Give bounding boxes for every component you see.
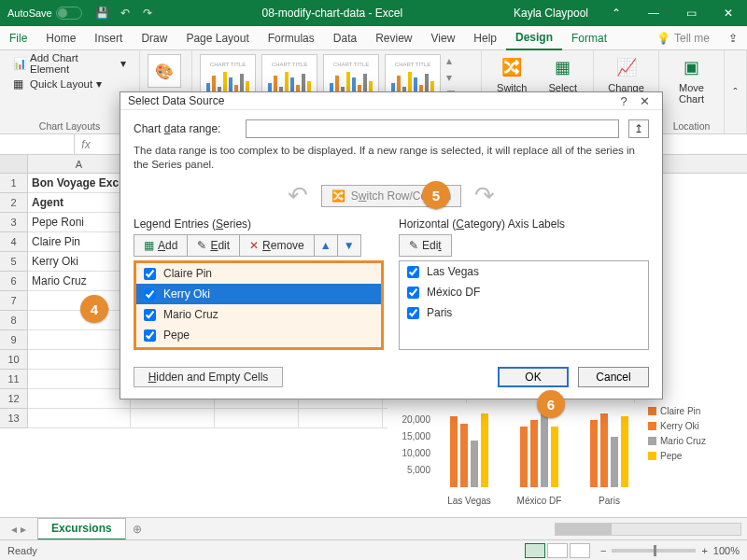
add-chart-element-button[interactable]: 📊Add Chart Element▾	[7, 54, 132, 73]
row-header-1[interactable]: 1	[0, 174, 28, 193]
series-move-down-button[interactable]: ▼	[338, 235, 360, 256]
tab-view[interactable]: View	[422, 26, 465, 50]
row-header-11[interactable]: 11	[0, 370, 28, 389]
autosave-toggle[interactable]: AutoSave	[0, 7, 90, 20]
row-header-13[interactable]: 13	[0, 409, 28, 428]
cell-A9[interactable]	[28, 330, 131, 350]
sheet-tab-excursions[interactable]: Excursions	[37, 518, 126, 540]
tell-me[interactable]: 💡 Tell me	[647, 32, 719, 45]
undo-icon[interactable]: ↶	[118, 6, 133, 21]
tab-formulas[interactable]: Formulas	[259, 26, 324, 50]
row-header-6[interactable]: 6	[0, 272, 28, 291]
cell-B13[interactable]	[131, 409, 215, 428]
series-item[interactable]: Kerry Oki	[136, 284, 381, 304]
zoom-slider[interactable]	[612, 549, 696, 553]
cell-A13[interactable]	[28, 409, 131, 428]
help-icon[interactable]: ?	[613, 94, 634, 108]
tab-insert[interactable]: Insert	[85, 26, 132, 50]
category-list[interactable]: Las VegasMéxico DFParis	[399, 260, 649, 350]
category-item[interactable]: Las Vegas	[400, 261, 648, 282]
ribbon-options-icon[interactable]: ⌃	[598, 0, 635, 26]
cell-D13[interactable]	[299, 409, 383, 428]
series-item[interactable]: Claire Pin	[136, 263, 381, 284]
series-list[interactable]: Claire PinKerry OkiMario CruzPepe	[134, 260, 384, 350]
tab-design[interactable]: Design	[506, 26, 562, 50]
cell-A7[interactable]	[28, 291, 131, 311]
tab-review[interactable]: Review	[366, 26, 421, 50]
tab-draw[interactable]: Draw	[132, 26, 176, 50]
series-add-button[interactable]: ▦Add	[134, 235, 188, 256]
quick-layout-button[interactable]: ▦Quick Layout▾	[7, 75, 107, 93]
ribbon-collapse[interactable]: ˆ	[725, 50, 747, 133]
zoom-in-icon[interactable]: +	[701, 545, 707, 556]
series-remove-button[interactable]: ✕Remove	[240, 235, 315, 256]
category-checkbox[interactable]	[407, 307, 419, 319]
series-checkbox[interactable]	[144, 268, 156, 280]
cancel-button[interactable]: Cancel	[578, 367, 649, 387]
change-colors-button[interactable]: 🎨	[148, 54, 181, 88]
cell-A2[interactable]: Agent	[28, 193, 131, 213]
row-header-7[interactable]: 7	[0, 291, 28, 311]
series-item[interactable]: Pepe	[136, 325, 381, 345]
cell-A8[interactable]	[28, 311, 131, 330]
category-item[interactable]: Paris	[400, 302, 648, 323]
dialog-titlebar[interactable]: Select Data Source ? ✕	[120, 92, 662, 110]
cell-A1[interactable]: Bon Voyage Excursions	[28, 174, 131, 193]
row-header-8[interactable]: 8	[0, 311, 28, 330]
tab-help[interactable]: Help	[464, 26, 506, 50]
series-checkbox[interactable]	[144, 288, 156, 301]
axis-edit-button[interactable]: ✎Edit	[400, 235, 451, 256]
close-icon[interactable]: ✕	[710, 0, 747, 26]
fx-icon[interactable]: fx	[75, 138, 97, 151]
share-button[interactable]: ⇪	[719, 32, 747, 45]
zoom-control[interactable]: − + 100%	[600, 545, 740, 556]
category-checkbox[interactable]	[407, 266, 419, 278]
redo-icon[interactable]: ↷	[140, 6, 155, 21]
zoom-out-icon[interactable]: −	[600, 545, 606, 556]
tab-format[interactable]: Format	[562, 26, 616, 50]
row-header-9[interactable]: 9	[0, 330, 28, 350]
view-page-break-button[interactable]	[570, 543, 590, 558]
chart-data-range-input[interactable]	[246, 119, 619, 138]
ok-button[interactable]: OK	[498, 367, 569, 387]
row-header-5[interactable]: 5	[0, 252, 28, 272]
hidden-empty-cells-button[interactable]: Hidden and Empty Cells	[134, 367, 283, 387]
category-item[interactable]: México DF	[400, 282, 648, 302]
tab-file[interactable]: File	[0, 26, 36, 50]
maximize-icon[interactable]: ▭	[672, 0, 710, 26]
view-page-layout-button[interactable]	[547, 543, 568, 558]
cell-A3[interactable]: Pepe Roni	[28, 213, 131, 232]
series-checkbox[interactable]	[144, 329, 156, 342]
cell-A12[interactable]	[28, 389, 131, 409]
row-header-12[interactable]: 12	[0, 389, 28, 409]
name-box[interactable]	[0, 134, 75, 154]
col-header-A[interactable]: A	[28, 155, 131, 173]
move-chart-button[interactable]: ▣Move Chart	[667, 54, 716, 105]
row-header-10[interactable]: 10	[0, 350, 28, 370]
add-sheet-button[interactable]: ⊕	[126, 523, 148, 536]
cell-A6[interactable]: Mario Cruz	[28, 272, 131, 291]
user-name[interactable]: Kayla Claypool	[504, 7, 598, 20]
cell-A4[interactable]: Claire Pin	[28, 232, 131, 252]
view-normal-button[interactable]	[525, 543, 545, 558]
tab-home[interactable]: Home	[36, 26, 85, 50]
sheet-nav[interactable]: ◂ ▸	[0, 523, 37, 536]
series-item[interactable]: Mario Cruz	[136, 304, 381, 325]
cell-A5[interactable]: Kerry Oki	[28, 252, 131, 272]
cell-A10[interactable]	[28, 350, 131, 370]
row-header-3[interactable]: 3	[0, 213, 28, 232]
horizontal-scrollbar[interactable]	[148, 523, 747, 536]
embedded-chart[interactable]: Claire PinKerry OkiMario CruzPepe 5,0001…	[388, 403, 719, 506]
save-icon[interactable]: 💾	[95, 6, 110, 21]
range-picker-icon[interactable]: ↥	[628, 119, 649, 138]
series-edit-button[interactable]: ✎Edit	[188, 235, 240, 256]
close-dialog-icon[interactable]: ✕	[634, 94, 655, 108]
series-move-up-button[interactable]: ▲	[315, 235, 338, 256]
row-header-4[interactable]: 4	[0, 232, 28, 252]
minimize-icon[interactable]: —	[635, 0, 672, 26]
tab-page-layout[interactable]: Page Layout	[176, 26, 258, 50]
category-checkbox[interactable]	[407, 287, 419, 299]
row-header-2[interactable]: 2	[0, 193, 28, 213]
cell-C13[interactable]	[215, 409, 299, 428]
cell-A11[interactable]	[28, 370, 131, 389]
